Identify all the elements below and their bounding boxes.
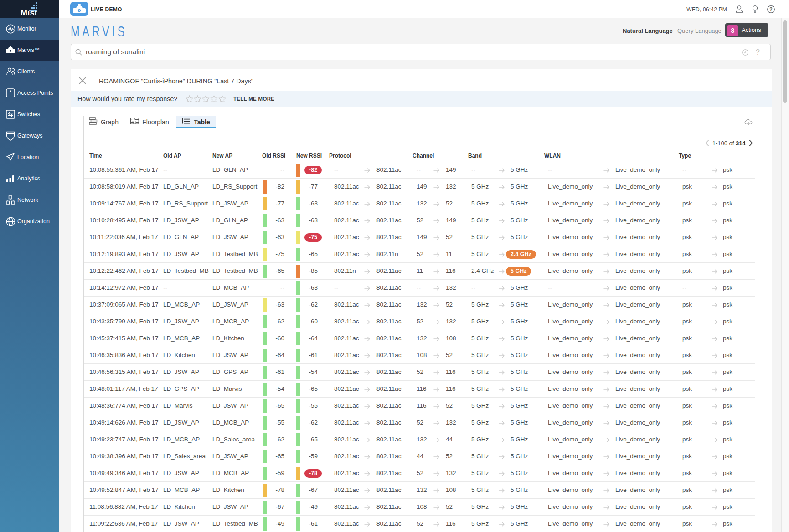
svg-text:?: ? [769, 6, 772, 12]
